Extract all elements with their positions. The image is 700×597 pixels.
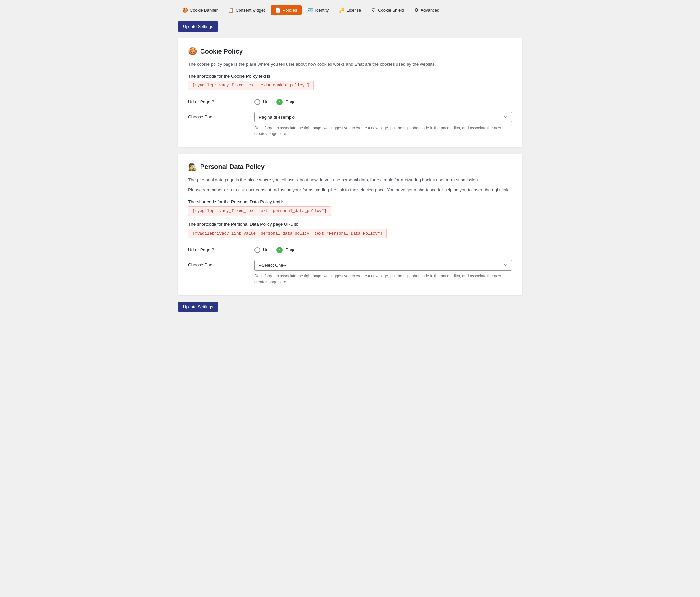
cookie-policy-checkmark: ✓ xyxy=(276,99,283,105)
cookie-policy-shortcode: [myagileprivacy_fixed_text text="cookie_… xyxy=(188,81,314,90)
tab-license[interactable]: 🔑 License xyxy=(334,5,366,15)
cookie-policy-choose-row: Choose Page Pagina di esempio Don't forg… xyxy=(188,112,512,137)
cookie-policy-page-select[interactable]: Pagina di esempio xyxy=(254,112,512,123)
tab-cookie-banner-label: Cookie Banner xyxy=(190,8,218,13)
personal-data-policy-shortcode-url: [myagileprivacy_link value="personal_dat… xyxy=(188,229,387,238)
cookie-banner-icon: 🍪 xyxy=(182,7,188,13)
personal-data-policy-shortcode-text: [myagileprivacy_fixed_text text="persona… xyxy=(188,206,331,216)
personal-data-policy-choose-right: --Select One-- Don't forget to associate… xyxy=(254,260,512,285)
personal-data-policy-url-radio[interactable]: Url xyxy=(254,247,269,253)
tab-advanced-label: Advanced xyxy=(421,8,440,13)
license-icon: 🔑 xyxy=(339,7,345,13)
personal-data-policy-select-hint: Don't forget to associate the right page… xyxy=(254,273,512,285)
personal-data-policy-choose-row: Choose Page --Select One-- Don't forget … xyxy=(188,260,512,285)
cookie-policy-icon: 🍪 xyxy=(188,47,197,55)
cookie-policy-choose-right: Pagina di esempio Don't forget to associ… xyxy=(254,112,512,137)
cookie-policy-choose-label: Choose Page xyxy=(188,112,247,119)
personal-data-policy-page-label: Page xyxy=(285,248,296,252)
personal-data-policy-checkmark: ✓ xyxy=(276,247,283,253)
personal-data-policy-url-or-page-row: Url or Page ? Url ✓ Page xyxy=(188,247,512,253)
tab-navigation: 🍪 Cookie Banner 📋 Consent widget 📄 Polic… xyxy=(178,5,522,15)
personal-data-policy-page-circle: ✓ xyxy=(276,247,283,253)
cookie-policy-description: The cookie policy page is the place wher… xyxy=(188,61,512,68)
cookie-policy-url-label: Url xyxy=(263,99,269,104)
personal-data-policy-url-or-page-label: Url or Page ? xyxy=(188,248,247,252)
tab-policies[interactable]: 📄 Policies xyxy=(271,5,302,15)
policies-icon: 📄 xyxy=(275,7,281,13)
personal-data-policy-choose-label: Choose Page xyxy=(188,260,247,267)
cookie-policy-url-or-page-label: Url or Page ? xyxy=(188,99,247,104)
tab-policies-label: Policies xyxy=(283,8,297,13)
personal-data-policy-description1: The personal data page is the place wher… xyxy=(188,176,512,183)
cookie-policy-shortcode-label: The shortcode for the Cookie Policy text… xyxy=(188,74,512,79)
identity-icon: 🪪 xyxy=(307,7,313,13)
cookie-policy-page-circle: ✓ xyxy=(276,99,283,105)
cookie-policy-url-radio[interactable]: Url xyxy=(254,99,269,105)
personal-data-policy-page-radio[interactable]: ✓ Page xyxy=(276,247,296,253)
personal-data-policy-shortcode-text-label: The shortcode for the Personal Data Poli… xyxy=(188,200,512,204)
tab-consent-widget-label: Consent widget xyxy=(235,8,265,13)
personal-data-policy-title: 🕵️ Personal Data Policy xyxy=(188,163,512,171)
advanced-icon: ⚙ xyxy=(414,7,419,13)
cookie-policy-page-radio[interactable]: ✓ Page xyxy=(276,99,296,105)
tab-identity-label: Identity xyxy=(315,8,329,13)
personal-data-policy-url-label: Url xyxy=(263,248,269,252)
cookie-shield-icon: 🛡 xyxy=(371,7,376,13)
tab-cookie-shield-label: Cookie Shield xyxy=(378,8,404,13)
personal-data-policy-shortcode-url-label: The shortcode for the Personal Data Poli… xyxy=(188,222,512,227)
tab-advanced[interactable]: ⚙ Advanced xyxy=(410,5,444,15)
update-settings-button-bottom[interactable]: Update Settings xyxy=(178,302,218,312)
cookie-policy-page-label: Page xyxy=(285,99,296,104)
cookie-policy-radio-group: Url ✓ Page xyxy=(254,99,296,105)
cookie-policy-url-circle xyxy=(254,99,260,105)
personal-data-policy-radio-group: Url ✓ Page xyxy=(254,247,296,253)
tab-identity[interactable]: 🪪 Identity xyxy=(303,5,333,15)
personal-data-policy-description2: Please remember also to ask user consent… xyxy=(188,186,512,193)
tab-cookie-banner[interactable]: 🍪 Cookie Banner xyxy=(178,5,222,15)
cookie-policy-title: 🍪 Cookie Policy xyxy=(188,47,512,55)
update-settings-button-top[interactable]: Update Settings xyxy=(178,21,218,31)
personal-data-policy-card: 🕵️ Personal Data Policy The personal dat… xyxy=(178,154,522,295)
consent-widget-icon: 📋 xyxy=(228,7,234,13)
cookie-policy-select-hint: Don't forget to associate the right page… xyxy=(254,125,512,137)
personal-data-policy-page-select[interactable]: --Select One-- xyxy=(254,260,512,270)
tab-cookie-shield[interactable]: 🛡 Cookie Shield xyxy=(367,5,408,15)
tab-consent-widget[interactable]: 📋 Consent widget xyxy=(224,5,269,15)
personal-data-policy-url-circle xyxy=(254,247,260,253)
tab-license-label: License xyxy=(346,8,361,13)
personal-data-policy-icon: 🕵️ xyxy=(188,163,197,171)
cookie-policy-card: 🍪 Cookie Policy The cookie policy page i… xyxy=(178,38,522,147)
cookie-policy-url-or-page-row: Url or Page ? Url ✓ Page xyxy=(188,99,512,105)
